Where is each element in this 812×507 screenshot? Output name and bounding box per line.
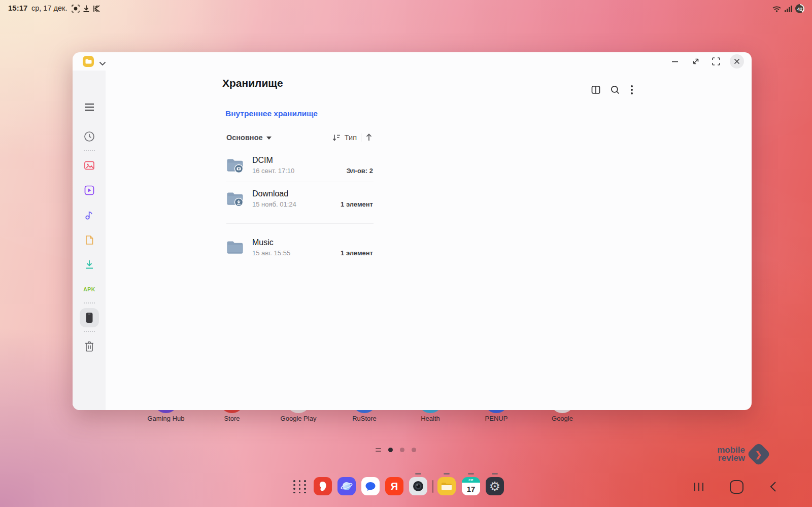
resize-window-button[interactable] <box>690 56 701 67</box>
sidebar-item-images[interactable] <box>83 159 95 172</box>
calendar-day: 17 <box>462 483 480 495</box>
wifi-icon <box>772 4 782 13</box>
home-button[interactable] <box>729 479 744 494</box>
sidebar-item-internal-storage[interactable] <box>83 312 95 324</box>
clock-time: 15:17 <box>8 4 27 12</box>
sidebar-divider <box>84 302 95 303</box>
download-notification-icon <box>82 4 91 13</box>
sort-by-label[interactable]: Тип <box>345 133 357 142</box>
all-apps-button[interactable] <box>293 480 307 493</box>
dock-divider <box>432 480 433 493</box>
dock-phone-app[interactable] <box>314 477 332 495</box>
sidebar-item-downloads[interactable] <box>83 258 95 271</box>
pane-divider <box>389 71 389 410</box>
file-row-dcim[interactable]: DCIM 16 сент. 17:10 Эл-ов: 2 <box>223 152 373 180</box>
page-title: Хранилище <box>222 77 283 89</box>
file-name: Music <box>252 238 290 248</box>
screen: 15:17 ср, 17 дек. <box>0 0 812 507</box>
window-menu-chevron-icon[interactable] <box>99 59 106 68</box>
battery-percent: 42 <box>795 4 805 14</box>
list-divider <box>226 182 374 182</box>
watermark-line2: review <box>717 454 745 462</box>
page-dot[interactable] <box>412 448 416 452</box>
sidebar-divider <box>84 150 95 151</box>
mobile-review-logo-icon: ❯ <box>747 442 771 466</box>
app-label: RuStore <box>336 415 392 422</box>
k-app-notification-icon <box>92 4 101 13</box>
file-name: DCIM <box>252 155 294 165</box>
file-name: Download <box>252 189 296 199</box>
app-label: Google Play <box>270 415 326 422</box>
list-controls-row: Основное Тип <box>226 133 374 145</box>
running-app-indicator <box>468 473 474 475</box>
menu-hamburger-icon[interactable] <box>83 101 95 113</box>
list-divider <box>226 223 374 224</box>
file-date: 15 нояб. 01:24 <box>252 200 296 209</box>
fullscreen-button[interactable] <box>710 56 722 67</box>
search-icon[interactable] <box>609 84 621 96</box>
file-item-count: Эл-ов: 2 <box>346 167 373 175</box>
apps-list-page-icon[interactable] <box>376 447 381 453</box>
divider <box>361 133 361 142</box>
signal-strength-icon <box>784 4 792 13</box>
category-dropdown[interactable]: Основное <box>226 133 272 142</box>
page-dot[interactable] <box>400 448 404 452</box>
camera-icon <box>409 477 427 495</box>
home-page-indicator[interactable] <box>376 447 416 453</box>
dock-settings-app[interactable]: ⚙ <box>486 477 504 495</box>
file-manager-sidebar: APK <box>73 71 106 410</box>
dock-my-files-app[interactable] <box>437 477 456 495</box>
close-button[interactable] <box>730 54 744 69</box>
my-files-icon <box>437 477 456 495</box>
clock-date: ср, 17 дек. <box>31 4 67 12</box>
recent-apps-button[interactable] <box>691 479 706 494</box>
settings-gear-icon: ⚙ <box>486 477 504 495</box>
dock-calendar-app[interactable]: СР 17 <box>462 477 480 495</box>
sidebar-item-recents[interactable] <box>83 130 95 143</box>
battery-icon: 42 <box>795 4 805 14</box>
my-files-window: APK Хранилище <box>73 52 752 410</box>
window-titlebar[interactable] <box>73 52 752 71</box>
app-label: Store <box>204 415 260 422</box>
sort-by-icon <box>332 134 341 142</box>
messages-icon <box>361 477 380 495</box>
internet-browser-icon <box>337 477 356 495</box>
dock-messages-app[interactable] <box>361 477 380 495</box>
dock-camera-app[interactable] <box>409 477 427 495</box>
apk-label: APK <box>83 286 95 292</box>
sidebar-divider <box>84 331 95 332</box>
sort-ascending-icon[interactable] <box>365 133 373 142</box>
page-dot-active[interactable] <box>388 448 393 452</box>
calendar-icon: СР 17 <box>462 477 480 495</box>
file-item-count: 1 элемент <box>341 249 373 257</box>
sidebar-item-videos[interactable] <box>83 184 95 196</box>
file-row-download[interactable]: Download 15 нояб. 01:24 1 элемент <box>223 185 373 214</box>
sidebar-item-apk[interactable]: APK <box>83 283 95 295</box>
folder-icon <box>226 158 244 173</box>
running-app-indicator <box>492 473 498 475</box>
my-files-app-icon <box>83 56 94 67</box>
status-indicators: 42 <box>772 4 805 14</box>
file-row-music[interactable]: Music 15 авг. 15:55 1 элемент <box>223 234 373 262</box>
folder-icon <box>226 191 244 207</box>
sidebar-item-trash[interactable] <box>83 340 95 352</box>
back-button[interactable] <box>765 479 781 494</box>
app-label: Health <box>402 415 458 422</box>
dock-yandex-app[interactable]: Я <box>385 477 403 495</box>
file-date: 16 сент. 17:10 <box>252 166 294 176</box>
chevron-down-icon <box>266 137 272 140</box>
breadcrumb[interactable]: Внутреннее хранилище <box>225 109 318 118</box>
sidebar-item-audio[interactable] <box>83 209 95 221</box>
folder-icon <box>226 240 244 255</box>
dock-internet-app[interactable] <box>337 477 356 495</box>
sort-controls: Тип <box>332 133 373 142</box>
split-view-icon[interactable] <box>590 84 602 96</box>
app-label: PENUP <box>468 415 524 422</box>
more-options-icon[interactable] <box>626 84 638 96</box>
file-date: 15 авг. 15:55 <box>252 249 290 258</box>
sidebar-item-documents[interactable] <box>83 234 95 246</box>
app-label: Google <box>534 415 590 422</box>
minimize-button[interactable] <box>669 56 681 67</box>
mobile-review-watermark: mobile review ❯ <box>717 446 767 463</box>
yandex-icon: Я <box>385 477 403 495</box>
